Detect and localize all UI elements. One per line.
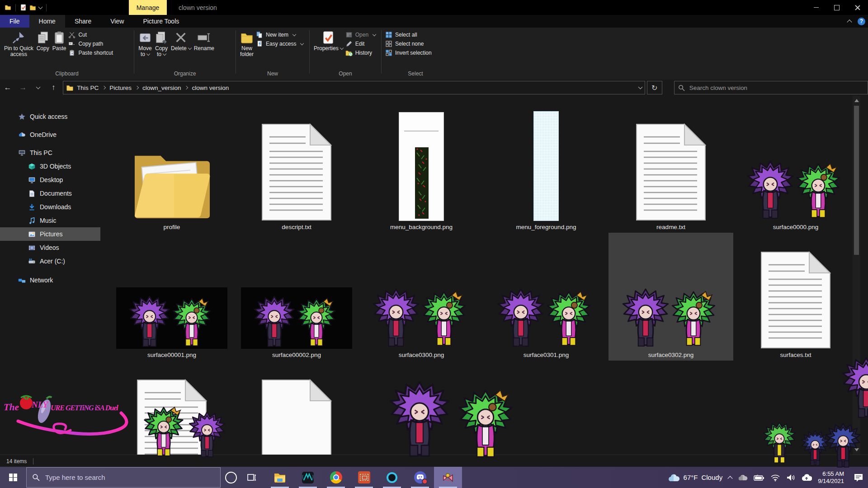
taskbar-app-chrome[interactable]: [322, 467, 350, 488]
up-button[interactable]: ↑: [46, 81, 61, 94]
cut-button[interactable]: Cut: [68, 31, 113, 38]
sidebar-item-downloads[interactable]: Downloads: [0, 200, 100, 214]
tab-view[interactable]: View: [101, 15, 133, 28]
refresh-button[interactable]: ↻: [647, 81, 662, 94]
taskbar-weather[interactable]: 67°F Cloudy: [667, 473, 723, 482]
desktop-pet-vampire-1[interactable]: [801, 415, 829, 483]
desktop-pet-green[interactable]: [144, 407, 184, 458]
desktop-pet-yellow[interactable]: [763, 406, 796, 481]
back-button[interactable]: ←: [0, 81, 15, 94]
minimize-button[interactable]: [806, 0, 826, 15]
file-surface0300-png[interactable]: surface0300.png: [359, 233, 484, 361]
taskbar-app-file-explorer[interactable]: [266, 467, 294, 488]
file-menu-background-png[interactable]: menu_background.png: [359, 105, 484, 233]
onedrive-tray-icon[interactable]: [738, 474, 748, 481]
recent-locations-chevron[interactable]: [31, 81, 46, 94]
sidebar-item-quick-access[interactable]: Quick access: [0, 110, 100, 123]
delete-button[interactable]: Delete: [170, 29, 192, 53]
desktop-pet-vampire-2[interactable]: [826, 405, 861, 487]
invert-selection-button[interactable]: Invert selection: [385, 49, 432, 56]
paste-shortcut-button[interactable]: Paste shortcut: [68, 49, 113, 56]
tray-expand-chevron[interactable]: [728, 475, 732, 480]
desktop-pet-purple-large[interactable]: [390, 381, 449, 460]
file-surfaces-txt[interactable]: surfaces.txt: [733, 233, 858, 361]
paste-button[interactable]: Paste: [52, 29, 67, 53]
new-folder-button[interactable]: New folder: [239, 29, 255, 59]
taskbar-app-screen-tool[interactable]: [350, 467, 378, 488]
file-surface0302-png[interactable]: surface0302.png: [609, 233, 733, 361]
search-input[interactable]: [689, 84, 864, 92]
ribbon-right-controls: ?: [848, 15, 865, 28]
sidebar-item-acer-c[interactable]: Acer (C:): [0, 254, 100, 268]
move-to-button[interactable]: Move to: [137, 29, 153, 59]
help-icon[interactable]: ?: [858, 18, 865, 25]
file-menu-foreground-png[interactable]: menu_foreground.png: [484, 105, 609, 233]
task-view-button[interactable]: [241, 467, 262, 488]
taskbar-app-discord[interactable]: [406, 467, 434, 488]
collapse-ribbon-icon[interactable]: [847, 19, 852, 24]
rename-button[interactable]: Rename: [193, 29, 215, 53]
easy-access-button[interactable]: Easy access: [256, 40, 303, 47]
desktop-pet-purple-small[interactable]: [189, 411, 225, 459]
close-button[interactable]: [847, 0, 868, 15]
pin-to-quick-access-button[interactable]: Pin to Quick access: [3, 29, 34, 59]
sidebar-item-network[interactable]: Network: [0, 273, 100, 287]
open-button[interactable]: Open: [345, 31, 376, 38]
select-none-button[interactable]: Select none: [385, 40, 432, 47]
tab-share[interactable]: Share: [65, 15, 101, 28]
properties-button[interactable]: Properties: [313, 29, 344, 53]
forward-button[interactable]: →: [15, 81, 31, 94]
taskbar-app-alexa[interactable]: [378, 467, 406, 488]
scroll-up-icon[interactable]: [854, 99, 859, 102]
maximize-button[interactable]: [826, 0, 847, 15]
qat-new-folder-icon[interactable]: [29, 4, 36, 11]
select-all-button[interactable]: Select all: [385, 31, 432, 38]
taskbar-app-paint-app[interactable]: [434, 467, 462, 488]
new-item-button[interactable]: New item: [256, 31, 303, 38]
text-file-thumbnail: [760, 251, 832, 349]
scrollbar-thumb[interactable]: [854, 106, 859, 255]
breadcrumb-clown-version[interactable]: clown version: [189, 84, 232, 91]
sidebar-item-pictures[interactable]: Pictures: [0, 227, 100, 241]
tab-picture-tools[interactable]: Picture Tools: [133, 15, 189, 28]
pin-icon: [12, 31, 25, 44]
address-bar[interactable]: This PCPicturesclown_versionclown versio…: [63, 81, 645, 94]
taskbar-search-input[interactable]: [44, 473, 215, 482]
desktop-pet-green-large[interactable]: [458, 389, 513, 460]
breadcrumb-clown-version[interactable]: clown_version: [139, 84, 184, 91]
file-surface00001-png[interactable]: surface00001.png: [109, 233, 234, 361]
file-surface0000-png[interactable]: surface0000.png: [733, 105, 858, 233]
sidebar-item-3d-objects[interactable]: 3D Objects: [0, 160, 100, 173]
file-item[interactable]: [234, 361, 359, 455]
blank-file-thumbnail: [260, 379, 333, 455]
sidebar-item-desktop[interactable]: Desktop: [0, 173, 100, 187]
file-descript-txt[interactable]: descript.txt: [234, 105, 359, 233]
taskbar-search-box[interactable]: [26, 467, 221, 488]
sidebar-item-this-pc[interactable]: This PC: [0, 146, 100, 160]
tab-home[interactable]: Home: [29, 15, 65, 28]
sidebar-item-videos[interactable]: Videos: [0, 241, 100, 254]
file-profile[interactable]: profile: [109, 105, 234, 233]
sidebar-item-onedrive[interactable]: OneDrive: [0, 128, 100, 141]
manage-contextual-tab[interactable]: Manage: [129, 0, 167, 15]
file-surface00002-png[interactable]: surface00002.png: [234, 233, 359, 361]
breadcrumb-this-pc[interactable]: This PC: [74, 84, 102, 91]
sidebar-item-documents[interactable]: Documents: [0, 187, 100, 200]
breadcrumb-pictures[interactable]: Pictures: [106, 84, 135, 91]
copy-button[interactable]: Copy: [35, 29, 51, 53]
explorer-search-box[interactable]: [674, 81, 868, 94]
qat-customize-chevron-icon[interactable]: [38, 5, 43, 9]
tab-file[interactable]: File: [0, 15, 29, 28]
history-button[interactable]: History: [345, 49, 376, 56]
file-surface0301-png[interactable]: surface0301.png: [484, 233, 609, 361]
taskbar-app-predator[interactable]: [294, 467, 322, 488]
qat-properties-icon[interactable]: [20, 4, 27, 11]
copy-to-button[interactable]: Copy to: [154, 29, 169, 59]
file-readme-txt[interactable]: readme.txt: [609, 105, 733, 233]
edit-button[interactable]: Edit: [345, 40, 376, 47]
cortana-button[interactable]: [221, 467, 241, 488]
sidebar-item-music[interactable]: Music: [0, 214, 100, 227]
address-dropdown-chevron[interactable]: [638, 85, 642, 89]
copy-path-button[interactable]: Copy path: [68, 40, 113, 47]
start-button[interactable]: [0, 467, 26, 488]
